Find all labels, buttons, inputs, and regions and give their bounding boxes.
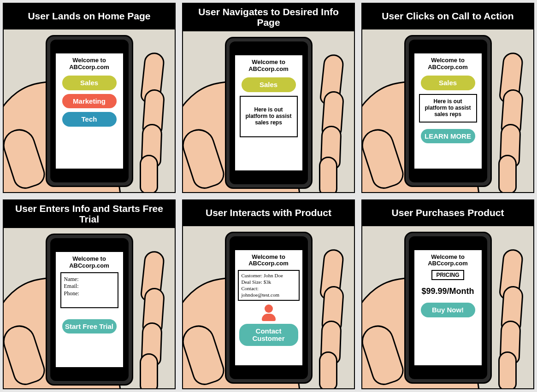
info-box: Here is out platform to assist sales rep… xyxy=(419,94,477,123)
welcome-text: Welcome to ABCcorp.com xyxy=(428,57,468,71)
phone: Welcome to ABCcorp.com Name: Email: Phon… xyxy=(46,234,133,386)
panel-5-title: User Interacts with Product xyxy=(182,199,355,225)
signup-form[interactable]: Name: Email: Phone: xyxy=(60,272,118,308)
panel-4-scene: Welcome to ABCcorp.com Name: Email: Phon… xyxy=(3,227,176,389)
start-trial-button[interactable]: Start Free Trial xyxy=(62,319,117,334)
deal-contact-value: johndoe@test.com xyxy=(242,292,296,298)
deal-contact-label: Contact: xyxy=(242,286,296,292)
phone: Welcome to ABCcorp.com Sales Marketing T… xyxy=(46,35,133,187)
panel-4: User Enters Info and Starts Free Trial W… xyxy=(3,199,176,390)
panel-1-title: User Lands on Home Page xyxy=(3,3,176,29)
phone-screen: Welcome to ABCcorp.com Name: Email: Phon… xyxy=(56,252,123,367)
marketing-button[interactable]: Marketing xyxy=(62,94,117,109)
deal-size: Deal Size: $3k xyxy=(242,279,296,286)
person-icon xyxy=(262,304,276,321)
welcome-text: Welcome to ABCcorp.com xyxy=(248,59,289,73)
sales-button[interactable]: Sales xyxy=(62,76,117,90)
panel-5-scene: Welcome to ABCcorp.com Customer: John Do… xyxy=(182,225,355,390)
email-field-label: Email: xyxy=(64,283,115,290)
phone-field-label: Phone: xyxy=(64,290,115,298)
deal-customer: Customer: John Doe xyxy=(242,273,296,279)
panel-1: User Lands on Home Page Welcome to ABCco… xyxy=(3,3,176,193)
panel-3-scene: Welcome to ABCcorp.com Sales Here is out… xyxy=(361,29,534,193)
panel-2-title: User Navigates to Desired Info Page xyxy=(182,3,355,30)
panel-5: User Interacts with Product Welcome to A… xyxy=(182,199,355,390)
phone-screen: Welcome to ABCcorp.com PRICING $99.99/Mo… xyxy=(414,250,482,365)
panel-6: User Purchases Product Welcome to ABCcor… xyxy=(361,199,534,390)
contact-customer-button[interactable]: Contact Customer xyxy=(239,324,298,346)
welcome-text: Welcome to ABCcorp.com xyxy=(69,256,109,269)
info-box: Here is out platform to assist sales rep… xyxy=(240,96,298,137)
phone: Welcome to ABCcorp.com Sales Here is out… xyxy=(225,37,313,189)
learn-more-button[interactable]: LEARN MORE xyxy=(421,129,475,144)
panel-6-scene: Welcome to ABCcorp.com PRICING $99.99/Mo… xyxy=(361,225,534,390)
buy-now-button[interactable]: Buy Now! xyxy=(421,303,475,317)
panel-3-title: User Clicks on Call to Action xyxy=(361,3,534,29)
panel-3: User Clicks on Call to Action Welcome to… xyxy=(361,3,534,193)
phone-screen: Welcome to ABCcorp.com Sales Here is out… xyxy=(235,55,302,170)
panel-1-scene: Welcome to ABCcorp.com Sales Marketing T… xyxy=(3,29,176,193)
phone-screen: Welcome to ABCcorp.com Sales Here is out… xyxy=(414,53,482,169)
panel-6-title: User Purchases Product xyxy=(361,199,534,225)
phone: Welcome to ABCcorp.com Customer: John Do… xyxy=(225,232,313,384)
deal-info-box: Customer: John Doe Deal Size: $3k Contac… xyxy=(238,270,300,301)
phone-screen: Welcome to ABCcorp.com Customer: John Do… xyxy=(235,250,302,365)
tech-button[interactable]: Tech xyxy=(62,112,117,127)
sales-button[interactable]: Sales xyxy=(242,77,296,92)
welcome-text: Welcome to ABCcorp.com xyxy=(248,254,289,268)
panel-4-title: User Enters Info and Starts Free Trial xyxy=(3,199,176,227)
phone: Welcome to ABCcorp.com PRICING $99.99/Mo… xyxy=(404,232,492,384)
pricing-badge: PRICING xyxy=(431,270,464,280)
welcome-text: Welcome to ABCcorp.com xyxy=(428,254,468,268)
welcome-text: Welcome to ABCcorp.com xyxy=(69,57,109,71)
storyboard-grid: User Lands on Home Page Welcome to ABCco… xyxy=(3,3,534,389)
panel-2-scene: Welcome to ABCcorp.com Sales Here is out… xyxy=(182,30,355,193)
sales-button[interactable]: Sales xyxy=(421,76,475,90)
panel-2: User Navigates to Desired Info Page Welc… xyxy=(182,3,355,193)
phone-screen: Welcome to ABCcorp.com Sales Marketing T… xyxy=(56,53,123,169)
price-text: $99.99/Month xyxy=(421,287,474,296)
name-field-label: Name: xyxy=(64,276,115,283)
phone: Welcome to ABCcorp.com Sales Here is out… xyxy=(404,35,492,187)
